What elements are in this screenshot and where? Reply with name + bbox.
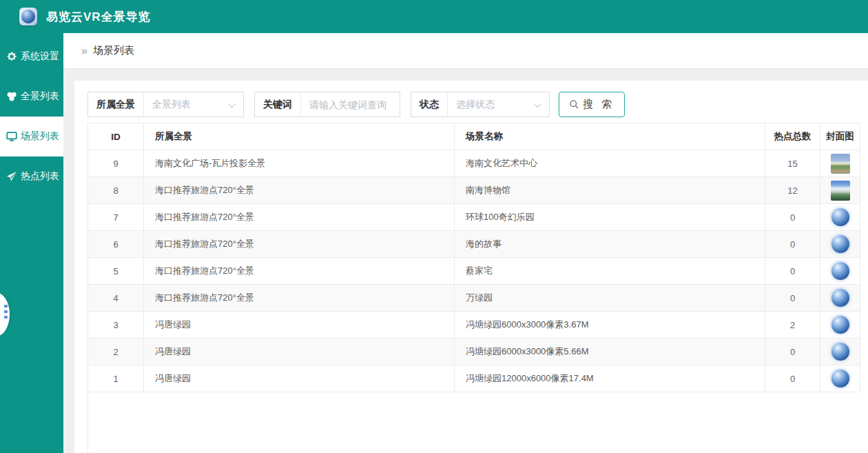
- keyword-input[interactable]: [301, 92, 400, 117]
- globe-logo-icon: [21, 10, 35, 23]
- breadcrumb-current: 场景列表: [93, 44, 134, 57]
- cell-scene-name: 万绿园: [455, 285, 765, 312]
- cell-panorama: 海口推荐旅游点720°全景: [144, 204, 455, 231]
- cell-hotspot-count: 0: [765, 365, 820, 392]
- cell-panorama: 海口推荐旅游点720°全景: [144, 285, 455, 312]
- main-area: » 场景列表 所属全景 全景列表 关键词 状态 选择状态: [63, 33, 868, 453]
- cell-panorama: 冯唐绿园: [144, 312, 455, 339]
- cover-thumbnail[interactable]: [831, 181, 850, 201]
- panorama-group-icon: [6, 91, 17, 102]
- cell-hotspot-count: 0: [765, 285, 820, 312]
- sidebar: 系统设置 全景列表 场景列表 热点列表: [0, 33, 63, 453]
- sidebar-item-scene-list[interactable]: 场景列表: [0, 117, 63, 157]
- filter-keyword-label: 关键词: [255, 92, 301, 117]
- table-body: 9 海南文化广场-瓦片投影全景 海南文化艺术中心 15 8 海口推荐旅游点720…: [87, 150, 860, 392]
- chevron-down-icon: [228, 100, 236, 108]
- sidebar-item-label: 系统设置: [21, 50, 59, 63]
- sidebar-item-system-settings[interactable]: 系统设置: [0, 37, 63, 77]
- cell-panorama: 海口推荐旅游点720°全景: [144, 258, 455, 285]
- gear-icon: [6, 51, 17, 62]
- chevron-down-icon: [534, 100, 541, 108]
- cell-hotspot-count: 0: [765, 339, 820, 365]
- breadcrumb-chevrons-icon: »: [81, 45, 87, 57]
- breadcrumb: » 场景列表: [63, 33, 868, 69]
- column-header-scene: 场景名称: [455, 123, 765, 150]
- app-logo-icon: [19, 8, 37, 26]
- globe-icon[interactable]: [831, 262, 849, 280]
- sidebar-item-hotspot-list[interactable]: 热点列表: [0, 157, 63, 197]
- cell-hotspot-count: 12: [765, 177, 820, 204]
- sidebar-item-panorama-list[interactable]: 全景列表: [0, 77, 63, 117]
- table-row: 8 海口推荐旅游点720°全景 南海博物馆 12: [87, 177, 860, 204]
- cell-id: 6: [87, 231, 144, 258]
- table-row: 6 海口推荐旅游点720°全景 海的故事 0: [87, 231, 860, 258]
- globe-icon[interactable]: [831, 289, 849, 307]
- cell-cover: [820, 339, 860, 365]
- cell-panorama: 冯唐绿园: [144, 339, 455, 365]
- cell-hotspot-count: 15: [765, 150, 820, 177]
- cell-id: 7: [87, 204, 144, 231]
- paper-plane-icon: [6, 171, 17, 182]
- cover-thumbnail[interactable]: [831, 154, 850, 174]
- panorama-select[interactable]: 全景列表: [144, 92, 243, 117]
- cell-id: 3: [87, 312, 144, 339]
- status-select-value: 选择状态: [456, 99, 495, 111]
- cell-panorama: 冯唐绿园: [144, 365, 455, 392]
- cell-panorama: 海口推荐旅游点720°全景: [144, 177, 455, 204]
- cell-id: 5: [87, 258, 144, 285]
- cell-scene-name: 海南文化艺术中心: [455, 150, 765, 177]
- column-header-hotspots: 热点总数: [765, 123, 820, 150]
- app-header: 易览云VR全景导览: [0, 0, 868, 33]
- cell-scene-name: 环球100奇幻乐园: [455, 204, 765, 231]
- globe-icon[interactable]: [831, 208, 849, 226]
- table-row: 9 海南文化广场-瓦片投影全景 海南文化艺术中心 15: [87, 150, 860, 177]
- cell-hotspot-count: 0: [765, 204, 820, 231]
- cell-cover: [820, 285, 860, 312]
- cell-scene-name: 蔡家宅: [455, 258, 765, 285]
- sidebar-item-label: 场景列表: [21, 130, 59, 143]
- table-row: 1 冯唐绿园 冯塘绿园12000x6000像素17.4M 0: [87, 365, 860, 392]
- cell-cover: [820, 231, 860, 258]
- status-select[interactable]: 选择状态: [448, 92, 549, 117]
- cell-cover: [820, 204, 860, 231]
- filter-status-group: 状态 选择状态: [411, 92, 550, 117]
- table-row: 5 海口推荐旅游点720°全景 蔡家宅 0: [87, 258, 860, 285]
- filter-bar: 所属全景 全景列表 关键词 状态 选择状态: [87, 92, 860, 117]
- cell-scene-name: 冯塘绿园6000x3000像素3.67M: [455, 312, 765, 339]
- search-button[interactable]: 搜 索: [559, 92, 625, 117]
- globe-icon[interactable]: [831, 235, 849, 253]
- table-row: 4 海口推荐旅游点720°全景 万绿园 0: [87, 285, 860, 312]
- cell-id: 4: [87, 285, 144, 312]
- cell-cover: [820, 258, 860, 285]
- app-title: 易览云VR全景导览: [46, 9, 151, 25]
- sidebar-item-label: 热点列表: [21, 170, 59, 183]
- cell-cover: [820, 177, 860, 204]
- cell-id: 8: [87, 177, 144, 204]
- filter-keyword-group: 关键词: [254, 92, 400, 117]
- globe-icon[interactable]: [831, 343, 849, 361]
- cell-id: 9: [87, 150, 144, 177]
- table-row: 7 海口推荐旅游点720°全景 环球100奇幻乐园 0: [87, 204, 860, 231]
- search-button-label: 搜 索: [583, 98, 614, 111]
- globe-icon[interactable]: [831, 370, 849, 387]
- filter-panorama-group: 所属全景 全景列表: [87, 92, 244, 117]
- panorama-select-value: 全景列表: [152, 99, 191, 111]
- filter-status-label: 状态: [411, 92, 448, 117]
- cell-id: 1: [87, 365, 144, 392]
- scene-table: ID 所属全景 场景名称 热点总数 封面图 9 海南文化广场-瓦片投影全景 海南…: [87, 123, 860, 453]
- cell-panorama: 海口推荐旅游点720°全景: [144, 231, 455, 258]
- table-row: 3 冯唐绿园 冯塘绿园6000x3000像素3.67M 2: [87, 312, 860, 339]
- cell-id: 2: [87, 339, 144, 365]
- table-tail: [87, 392, 860, 453]
- cell-scene-name: 南海博物馆: [455, 177, 765, 204]
- column-header-panorama: 所属全景: [144, 123, 455, 150]
- sidebar-item-label: 全景列表: [21, 90, 59, 103]
- search-icon: [569, 99, 579, 110]
- cell-scene-name: 冯塘绿园6000x3000像素5.66M: [455, 339, 765, 365]
- cell-cover: [820, 150, 860, 177]
- cell-hotspot-count: 0: [765, 258, 820, 285]
- globe-icon[interactable]: [831, 316, 849, 334]
- table-row: 2 冯唐绿园 冯塘绿园6000x3000像素5.66M 0: [87, 339, 860, 365]
- monitor-icon: [6, 131, 17, 142]
- cell-cover: [820, 312, 860, 339]
